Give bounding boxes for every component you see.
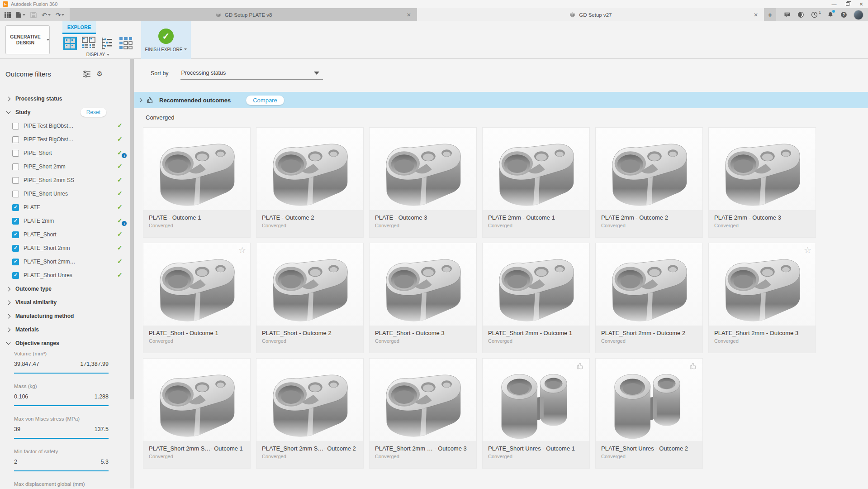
- thumb-up-icon[interactable]: [576, 361, 585, 371]
- undo-icon[interactable]: ↶: [42, 11, 51, 19]
- outcome-card[interactable]: ☆ PLATE_Short 2mm S…- Outcome 2 Converge…: [256, 358, 364, 469]
- outcome-thumbnail[interactable]: ☆: [143, 359, 250, 441]
- ribbon-tab-explore[interactable]: EXPLORE: [62, 21, 96, 34]
- close-button[interactable]: ✕: [854, 0, 868, 8]
- filter-section-visual-similarity[interactable]: Visual similarity: [0, 296, 134, 309]
- filter-section-study[interactable]: Study Reset: [0, 105, 134, 119]
- range-slider[interactable]: [14, 373, 109, 374]
- study-checkbox[interactable]: [12, 191, 19, 197]
- extensions-icon[interactable]: [797, 11, 805, 19]
- study-filter-row[interactable]: PIPE_Short: [0, 146, 134, 160]
- study-filter-row[interactable]: PLATE 2mm: [0, 214, 134, 228]
- range-min-value[interactable]: 2: [14, 459, 17, 467]
- minimize-button[interactable]: —: [827, 0, 841, 8]
- star-icon[interactable]: ☆: [238, 246, 246, 255]
- outcome-card[interactable]: ☆ PLATE_Short 2mm - Outcome 2 Converged: [595, 243, 703, 353]
- study-checkbox[interactable]: [12, 136, 19, 143]
- outcome-card[interactable]: ☆ PLATE_Short Unres - Outcome 2 Converge…: [595, 358, 703, 469]
- outcome-card[interactable]: ☆ PLATE_Short - Outcome 1 Converged: [143, 243, 251, 353]
- outcome-thumbnail[interactable]: ☆: [256, 128, 363, 210]
- recommended-outcomes-bar[interactable]: Recommended outcomes Compare: [134, 92, 868, 108]
- file-menu-icon[interactable]: [16, 11, 25, 18]
- study-checkbox[interactable]: [12, 204, 19, 211]
- study-filter-row[interactable]: PIPE_Short Unres: [0, 187, 134, 201]
- study-filter-row[interactable]: PIPE Test BigObst…: [0, 133, 134, 146]
- outcome-thumbnail[interactable]: ☆: [143, 243, 250, 326]
- thumbnail-list-view-icon[interactable]: [81, 36, 96, 51]
- study-checkbox[interactable]: [12, 150, 19, 157]
- study-checkbox[interactable]: [12, 272, 19, 279]
- outcome-card[interactable]: ☆ PLATE_Short 2mm S…- Outcome 1 Converge…: [143, 358, 251, 469]
- compare-button[interactable]: Compare: [246, 96, 284, 105]
- save-icon[interactable]: [30, 12, 37, 18]
- study-checkbox[interactable]: [12, 177, 19, 184]
- user-avatar[interactable]: [854, 10, 863, 20]
- help-icon[interactable]: ?: [840, 11, 848, 19]
- outcome-thumbnail[interactable]: ☆: [483, 359, 589, 441]
- range-slider[interactable]: [14, 470, 109, 471]
- tab-close-icon[interactable]: ✕: [407, 12, 411, 18]
- app-grid-icon[interactable]: [5, 12, 11, 18]
- outcome-card[interactable]: ☆ PLATE 2mm - Outcome 2 Converged: [595, 127, 703, 238]
- outcome-card[interactable]: ☆ PLATE - Outcome 2 Converged: [256, 127, 364, 238]
- sort-dropdown[interactable]: Processing status: [180, 70, 323, 80]
- document-tab-gd-setup-v27[interactable]: GD Setup v27 ✕: [417, 8, 764, 21]
- feedback-comment-icon[interactable]: [783, 11, 791, 19]
- outcome-thumbnail[interactable]: ☆: [256, 359, 363, 441]
- outcome-thumbnail[interactable]: ☆: [370, 359, 476, 441]
- thumb-up-icon[interactable]: [689, 361, 698, 371]
- outcome-card[interactable]: ☆ PLATE 2mm - Outcome 1 Converged: [482, 127, 590, 238]
- range-slider[interactable]: [14, 438, 109, 439]
- restore-button[interactable]: [841, 0, 854, 8]
- range-max-value[interactable]: 1.288: [95, 393, 109, 402]
- filter-section-materials[interactable]: Materials: [0, 323, 134, 336]
- star-icon[interactable]: ☆: [804, 246, 811, 255]
- notifications-bell-icon[interactable]: [827, 11, 834, 19]
- range-min-value[interactable]: 39,847.47: [14, 361, 39, 369]
- range-max-value[interactable]: 5.3: [101, 459, 109, 467]
- range-max-value[interactable]: 171,387.99: [80, 361, 109, 369]
- range-min-value[interactable]: 0.106: [14, 393, 28, 402]
- range-min-value[interactable]: 39: [14, 426, 20, 434]
- study-checkbox[interactable]: [12, 259, 19, 265]
- outcome-thumbnail[interactable]: ☆: [596, 243, 702, 326]
- outcome-thumbnail[interactable]: ☆: [483, 128, 589, 210]
- job-status-clock-icon[interactable]: 1: [811, 11, 821, 19]
- finish-explore-button[interactable]: ✓ FINISH EXPLORE: [141, 21, 191, 59]
- document-tab-gd-setup-plate-v8[interactable]: GD Setup PLATE v8 ✕: [70, 8, 417, 21]
- outcome-card[interactable]: ☆ PLATE 2mm - Outcome 3 Converged: [708, 127, 816, 238]
- study-filter-row[interactable]: PIPE_Short 2mm: [0, 160, 134, 173]
- tab-close-icon[interactable]: ✕: [754, 12, 758, 18]
- reset-button[interactable]: Reset: [81, 108, 106, 117]
- outcome-thumbnail[interactable]: ☆: [709, 128, 816, 210]
- thumbnail-view-icon[interactable]: [62, 36, 78, 51]
- outcome-thumbnail[interactable]: ☆: [709, 243, 816, 326]
- outcome-thumbnail[interactable]: ☆: [256, 243, 363, 326]
- outcome-card[interactable]: ☆ PLATE_Short - Outcome 3 Converged: [369, 243, 477, 353]
- outcome-card[interactable]: ☆ PLATE_Short Unres - Outcome 1 Converge…: [482, 358, 590, 469]
- outcome-thumbnail[interactable]: ☆: [370, 243, 476, 326]
- new-tab-button[interactable]: +: [764, 8, 776, 21]
- study-filter-row[interactable]: PLATE_Short 2mm: [0, 241, 134, 255]
- study-filter-row[interactable]: PIPE_Short 2mm SS: [0, 173, 134, 187]
- sidebar-scrollbar-thumb[interactable]: [130, 59, 134, 399]
- filter-section-processing-status[interactable]: Processing status: [0, 92, 134, 105]
- outline-view-icon[interactable]: [100, 36, 115, 51]
- filter-section-outcome-type[interactable]: Outcome type: [0, 282, 134, 296]
- display-dropdown[interactable]: DISPLAY: [62, 52, 133, 57]
- study-filter-row[interactable]: PLATE_Short Unres: [0, 268, 134, 282]
- filter-section-manufacturing-method[interactable]: Manufacturing method: [0, 309, 134, 323]
- outcome-card[interactable]: ☆ PLATE - Outcome 3 Converged: [369, 127, 477, 238]
- outcome-card[interactable]: ☆ PLATE_Short 2mm - Outcome 3 Converged: [708, 243, 816, 353]
- chevron-right-icon[interactable]: [138, 98, 142, 102]
- workspace-selector-button[interactable]: GENERATIVE DESIGN: [5, 25, 50, 54]
- outcome-thumbnail[interactable]: ☆: [370, 128, 476, 210]
- outcome-thumbnail[interactable]: ☆: [143, 128, 250, 210]
- study-checkbox[interactable]: [12, 245, 19, 252]
- study-checkbox[interactable]: [12, 123, 19, 129]
- range-max-value[interactable]: 137.5: [95, 426, 109, 434]
- outcome-thumbnail[interactable]: ☆: [483, 243, 589, 326]
- outcome-card[interactable]: ☆ PLATE - Outcome 1 Converged: [143, 127, 251, 238]
- study-checkbox[interactable]: [12, 163, 19, 170]
- study-filter-row[interactable]: PLATE_Short: [0, 228, 134, 241]
